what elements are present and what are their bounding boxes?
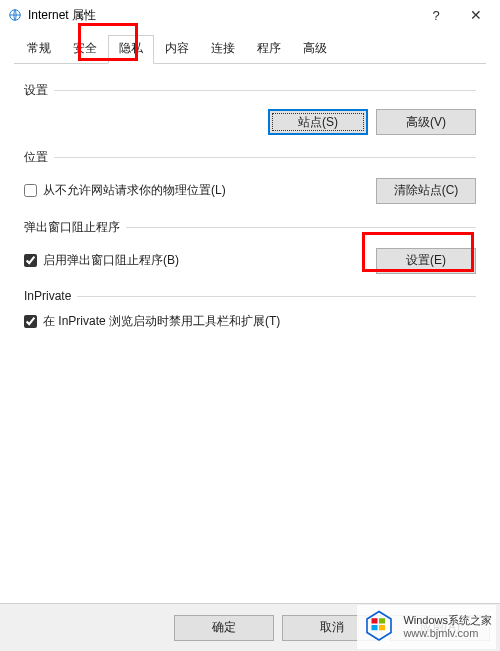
watermark-line1: Windows系统之家: [403, 614, 492, 627]
tabs-row: 常规 安全 隐私 内容 连接 程序 高级: [0, 36, 500, 64]
watermark: Windows系统之家 www.bjmlv.com: [357, 605, 496, 649]
section-location: 位置 从不允许网站请求你的物理位置(L) 清除站点(C): [24, 149, 476, 205]
svg-rect-4: [379, 625, 385, 630]
advanced-button[interactable]: 高级(V): [376, 109, 476, 135]
inprivate-text: 在 InPrivate 浏览启动时禁用工具栏和扩展(T): [43, 313, 280, 330]
sites-button[interactable]: 站点(S): [268, 109, 368, 135]
ok-button[interactable]: 确定: [174, 615, 274, 641]
deny-location-label[interactable]: 从不允许网站请求你的物理位置(L): [24, 182, 376, 199]
inprivate-label[interactable]: 在 InPrivate 浏览启动时禁用工具栏和扩展(T): [24, 313, 476, 330]
section-settings: 设置 站点(S) 高级(V): [24, 82, 476, 135]
location-title: 位置: [24, 149, 48, 166]
titlebar: Internet 属性 ? ✕: [0, 0, 500, 30]
watermark-line2: www.bjmlv.com: [403, 627, 492, 640]
section-popup: 弹出窗口阻止程序 启用弹出窗口阻止程序(B) 设置(E): [24, 219, 476, 275]
tab-security[interactable]: 安全: [62, 35, 108, 64]
settings-title: 设置: [24, 82, 48, 99]
tab-advanced[interactable]: 高级: [292, 35, 338, 64]
tab-content[interactable]: 内容: [154, 35, 200, 64]
inprivate-title: InPrivate: [24, 289, 71, 303]
close-button[interactable]: ✕: [456, 1, 496, 29]
svg-rect-2: [379, 618, 385, 623]
enable-popup-label[interactable]: 启用弹出窗口阻止程序(B): [24, 252, 376, 269]
popup-settings-button[interactable]: 设置(E): [376, 248, 476, 274]
enable-popup-checkbox[interactable]: [24, 254, 37, 267]
titlebar-title: Internet 属性: [28, 7, 96, 24]
tab-connections[interactable]: 连接: [200, 35, 246, 64]
enable-popup-text: 启用弹出窗口阻止程序(B): [43, 252, 179, 269]
tab-general[interactable]: 常规: [16, 35, 62, 64]
clear-sites-button[interactable]: 清除站点(C): [376, 178, 476, 204]
tab-programs[interactable]: 程序: [246, 35, 292, 64]
help-button[interactable]: ?: [416, 1, 456, 29]
popup-title: 弹出窗口阻止程序: [24, 219, 120, 236]
deny-location-text: 从不允许网站请求你的物理位置(L): [43, 182, 226, 199]
section-inprivate: InPrivate 在 InPrivate 浏览启动时禁用工具栏和扩展(T): [24, 289, 476, 330]
svg-rect-3: [372, 625, 378, 630]
inprivate-checkbox[interactable]: [24, 315, 37, 328]
windows-logo-icon: [361, 607, 397, 647]
tab-content-area: 设置 站点(S) 高级(V) 位置 从不允许网站请求你的物理位置(L) 清除站点…: [0, 64, 500, 330]
tab-privacy[interactable]: 隐私: [108, 35, 154, 64]
deny-location-checkbox[interactable]: [24, 184, 37, 197]
globe-icon: [8, 8, 22, 22]
svg-rect-1: [372, 618, 378, 623]
